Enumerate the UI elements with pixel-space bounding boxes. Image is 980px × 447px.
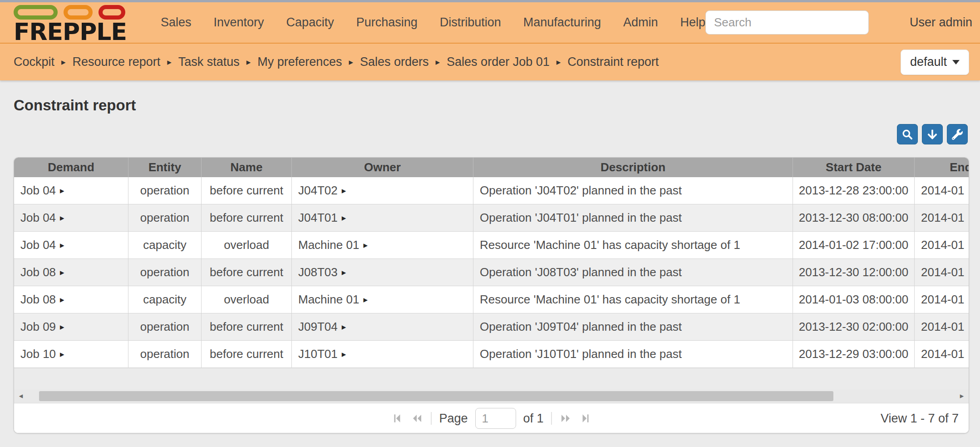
last-page-button[interactable] (579, 412, 591, 424)
cell-text: 2014-01-02 17:00:00 (799, 238, 908, 252)
cell-entity: capacity (128, 232, 202, 258)
drilldown-icon[interactable]: ▸ (60, 349, 64, 359)
grid-toolbar (0, 124, 968, 144)
cell-name: before current (202, 177, 292, 204)
user-menu[interactable]: User admin (910, 15, 972, 30)
column-header-entity[interactable]: Entity (128, 158, 202, 177)
cell-owner[interactable]: J08T03▸ (292, 259, 473, 286)
breadcrumb-item-cockpit[interactable]: Cockpit (14, 55, 54, 69)
cell-text: 2014-01 (921, 320, 964, 334)
cell-name: before current (202, 204, 292, 231)
drilldown-icon[interactable]: ▸ (342, 213, 346, 223)
cell-demand[interactable]: Job 10▸ (14, 341, 128, 368)
menu-item-admin[interactable]: Admin (623, 15, 658, 30)
cell-demand[interactable]: Job 04▸ (14, 232, 128, 258)
breadcrumb-item-sales-orders[interactable]: Sales orders (360, 55, 429, 69)
drilldown-icon[interactable]: ▸ (60, 267, 64, 278)
first-page-button[interactable] (392, 412, 404, 424)
cell-owner[interactable]: J04T01▸ (292, 204, 473, 231)
table-row: Job 08▸operationbefore currentJ08T03▸Ope… (14, 259, 969, 286)
menu-item-manufacturing[interactable]: Manufacturing (523, 15, 601, 30)
drilldown-icon[interactable]: ▸ (60, 322, 64, 332)
drilldown-icon[interactable]: ▸ (342, 349, 346, 359)
cell-start-date: 2013-12-28 23:00:00 (793, 177, 915, 204)
cell-demand[interactable]: Job 09▸ (14, 313, 128, 340)
view-selector-button[interactable]: default (901, 50, 969, 75)
cell-text: Job 04 (20, 184, 56, 198)
cell-description: Operation 'J04T02' planned in the past (473, 177, 793, 204)
download-button[interactable] (922, 124, 943, 144)
drilldown-icon[interactable]: ▸ (60, 294, 64, 305)
search-filter-button[interactable] (897, 124, 918, 144)
search-input[interactable] (705, 10, 869, 35)
column-header-name[interactable]: Name (202, 158, 292, 177)
next-page-button[interactable] (559, 412, 572, 424)
previous-page-button[interactable] (411, 412, 424, 424)
download-arrow-icon (927, 129, 938, 140)
cell-end-date: 2014-01 (915, 286, 969, 313)
customize-button[interactable] (947, 124, 968, 144)
drilldown-icon[interactable]: ▸ (60, 213, 64, 223)
pager: Page of 1 (392, 408, 591, 429)
cell-text: 2014-01 (921, 238, 964, 252)
cell-owner[interactable]: J09T04▸ (292, 313, 473, 340)
table-row: Job 10▸operationbefore currentJ10T01▸Ope… (14, 341, 969, 368)
menu-item-help[interactable]: Help (680, 15, 705, 30)
drilldown-icon[interactable]: ▸ (342, 322, 346, 332)
cell-demand[interactable]: Job 04▸ (14, 177, 128, 204)
cell-owner[interactable]: J10T01▸ (292, 341, 473, 368)
cell-text: Machine 01 (298, 293, 359, 307)
menu-item-inventory[interactable]: Inventory (214, 15, 264, 30)
scrollbar-thumb[interactable] (39, 391, 833, 401)
breadcrumb-item-my-preferences[interactable]: My preferences (257, 55, 342, 69)
column-header-owner[interactable]: Owner (292, 158, 473, 177)
cell-text: 2013-12-30 12:00:00 (799, 265, 908, 279)
menu-item-capacity[interactable]: Capacity (286, 15, 334, 30)
cell-text: J10T01 (298, 347, 338, 361)
breadcrumb-item-resource-report[interactable]: Resource report (73, 55, 161, 69)
breadcrumb-item-task-status[interactable]: Task status (178, 55, 240, 69)
column-header-start-date[interactable]: Start Date (793, 158, 915, 177)
cell-text: Job 10 (20, 347, 56, 361)
page-number-input[interactable] (475, 408, 516, 429)
menu-item-purchasing[interactable]: Purchasing (356, 15, 418, 30)
cell-owner[interactable]: Machine 01▸ (292, 286, 473, 313)
table-body: Job 04▸operationbefore currentJ04T02▸Ope… (14, 177, 969, 368)
frepple-logo[interactable]: FREPPLE (14, 2, 141, 43)
cell-end-date: 2014-01 (915, 232, 969, 258)
cell-owner[interactable]: Machine 01▸ (292, 232, 473, 258)
cell-text: J04T02 (298, 184, 338, 198)
drilldown-icon[interactable]: ▸ (363, 294, 368, 305)
breadcrumb-item-sales-order-job-01[interactable]: Sales order Job 01 (447, 55, 550, 69)
horizontal-scrollbar[interactable]: ◂ ▸ (14, 389, 969, 403)
drilldown-icon[interactable]: ▸ (60, 185, 64, 196)
breadcrumb-separator-icon: ▸ (436, 57, 440, 67)
cell-entity: operation (128, 313, 202, 340)
cell-text: Resource 'Machine 01' has capacity short… (480, 238, 740, 252)
menu-item-sales[interactable]: Sales (161, 15, 192, 30)
drilldown-icon[interactable]: ▸ (342, 185, 346, 196)
cell-demand[interactable]: Job 08▸ (14, 259, 128, 286)
cell-owner[interactable]: J04T02▸ (292, 177, 473, 204)
cell-demand[interactable]: Job 04▸ (14, 204, 128, 231)
drilldown-icon[interactable]: ▸ (60, 240, 64, 250)
cell-name: before current (202, 313, 292, 340)
cell-start-date: 2013-12-30 12:00:00 (793, 259, 915, 286)
cell-text: Job 04 (20, 211, 56, 225)
cell-end-date: 2014-01 (915, 204, 969, 231)
cell-demand[interactable]: Job 08▸ (14, 286, 128, 313)
breadcrumb-item-constraint-report[interactable]: Constraint report (567, 55, 659, 69)
breadcrumb-separator-icon: ▸ (246, 57, 251, 67)
scroll-right-icon[interactable]: ▸ (955, 389, 969, 403)
drilldown-icon[interactable]: ▸ (363, 240, 368, 250)
drilldown-icon[interactable]: ▸ (342, 267, 346, 278)
wrench-icon (952, 129, 963, 140)
cell-description: Operation 'J08T03' planned in the past (473, 259, 793, 286)
menu-item-distribution[interactable]: Distribution (440, 15, 501, 30)
column-header-demand[interactable]: Demand (14, 158, 128, 177)
column-header-end-date[interactable]: End Date (915, 158, 969, 177)
scroll-left-icon[interactable]: ◂ (14, 389, 28, 403)
cell-entity: operation (128, 259, 202, 286)
cell-start-date: 2014-01-03 08:00:00 (793, 286, 915, 313)
column-header-description[interactable]: Description (473, 158, 793, 177)
